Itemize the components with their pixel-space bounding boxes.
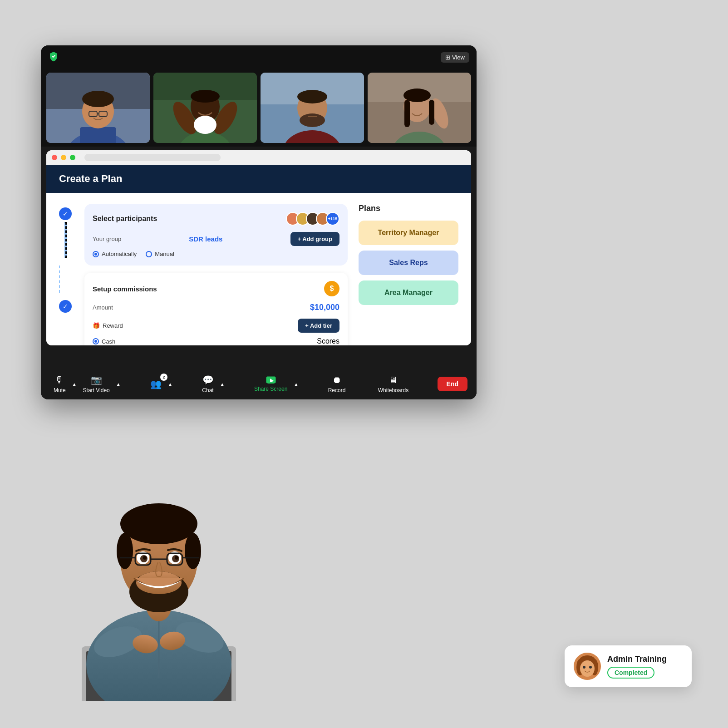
- amount-row: Amount $10,000: [93, 303, 339, 312]
- end-button[interactable]: End: [438, 377, 467, 391]
- page-title: Create a Plan: [59, 173, 458, 185]
- svg-point-6: [82, 91, 114, 107]
- add-group-button[interactable]: + Add group: [290, 232, 339, 246]
- scores-label: Scores: [317, 337, 339, 345]
- group-label: Your group: [93, 236, 121, 242]
- thumbnail-4: [368, 73, 471, 143]
- svg-point-48: [120, 503, 197, 544]
- group-value: SDR leads: [189, 235, 222, 243]
- svg-point-16: [191, 90, 220, 103]
- svg-point-23: [300, 113, 325, 127]
- whiteboards-button[interactable]: 🖥 Whiteboards: [374, 372, 412, 396]
- share-screen-icon: [266, 376, 276, 384]
- video-topbar: ⊞ View: [41, 45, 477, 69]
- left-panel: Select participants +115: [84, 204, 348, 345]
- participants-indicator: 👥 2: [147, 376, 165, 392]
- plan-territory[interactable]: Territory Manager: [359, 221, 458, 245]
- svg-rect-31: [404, 100, 410, 127]
- mute-expand[interactable]: ▲: [71, 381, 78, 388]
- app-window: Create a Plan ✓ ✓: [46, 150, 471, 345]
- notification-title: Admin Training: [607, 654, 667, 664]
- video-button[interactable]: 📷 Start Video: [79, 372, 113, 396]
- participants-header: Select participants +115: [93, 212, 339, 226]
- outer-wrapper: ⊞ View: [0, 0, 728, 728]
- reward-item: 🎁 Reward: [93, 322, 123, 329]
- svg-point-57: [143, 556, 147, 560]
- commission-header: Setup commissions $: [93, 281, 339, 296]
- video-expand[interactable]: ▲: [115, 381, 122, 388]
- avatar-plus: +115: [326, 212, 339, 226]
- svg-point-58: [175, 556, 178, 560]
- svg-rect-4: [80, 127, 116, 143]
- svg-point-50: [185, 533, 201, 569]
- video-icon: 📷: [91, 374, 102, 385]
- view-button[interactable]: ⊞ View: [441, 52, 469, 63]
- auto-radio[interactable]: Automatically: [93, 251, 137, 257]
- radio-row: Automatically Manual: [93, 251, 339, 257]
- manual-radio[interactable]: Manual: [146, 251, 174, 257]
- notification-card: Admin Training Completed: [565, 645, 692, 687]
- avatar-group: +115: [286, 212, 339, 226]
- chat-expand[interactable]: ▲: [219, 381, 226, 388]
- notif-avatar: [574, 653, 601, 680]
- thumbnail-3: [261, 73, 364, 143]
- add-tier-button[interactable]: + Add tier: [298, 319, 339, 333]
- mute-button[interactable]: 🎙 Mute: [50, 372, 69, 396]
- reward-row: 🎁 Reward + Add tier: [93, 319, 339, 333]
- plan-sales-reps[interactable]: Sales Reps: [359, 251, 458, 275]
- record-button[interactable]: ⏺ Record: [325, 372, 349, 396]
- close-dot: [52, 155, 57, 160]
- view-icon: ⊞: [445, 54, 450, 61]
- mic-icon: 🎙: [55, 375, 64, 385]
- participants-card: Select participants +115: [84, 204, 348, 266]
- shield-icon: [48, 51, 59, 64]
- minimize-dot: [61, 155, 66, 160]
- svg-point-49: [117, 533, 133, 569]
- auto-radio-circle: [93, 251, 99, 257]
- cash-radio-row: Cash Scores: [93, 337, 339, 345]
- svg-point-17: [194, 116, 216, 134]
- record-icon: ⏺: [332, 375, 341, 385]
- amount-label: Amount: [93, 304, 113, 311]
- screen-share-area: Create a Plan ✓ ✓: [46, 150, 471, 345]
- svg-rect-32: [429, 100, 434, 125]
- svg-point-68: [580, 660, 595, 677]
- app-header: Create a Plan: [46, 165, 471, 193]
- video-thumbnails: [41, 69, 477, 147]
- notification-status: Completed: [607, 667, 654, 679]
- thumbnail-2: [153, 73, 257, 143]
- step-1-check: ✓: [59, 207, 72, 220]
- app-titlebar: [46, 150, 471, 165]
- participants-expand[interactable]: ▲: [167, 381, 173, 388]
- svg-point-22: [297, 90, 327, 103]
- amount-value: $10,000: [310, 303, 339, 312]
- whiteboard-icon: 🖥: [389, 375, 398, 385]
- notif-content: Admin Training Completed: [607, 654, 667, 679]
- dollar-badge: $: [324, 281, 339, 296]
- svg-point-70: [589, 666, 592, 669]
- svg-point-69: [583, 666, 585, 669]
- share-screen-expand[interactable]: ▲: [293, 381, 299, 388]
- right-panel: Plans Territory Manager Sales Reps Area …: [359, 204, 458, 345]
- step-2-check: ✓: [59, 300, 72, 313]
- video-toolbar: 🎙 Mute ▲ 📷 Start Video ▲ 👥 2 ▲: [41, 369, 477, 399]
- share-screen-button[interactable]: Share Screen: [251, 373, 291, 395]
- gift-icon: 🎁: [93, 322, 100, 329]
- chat-icon: 💬: [202, 374, 214, 385]
- plan-area-manager[interactable]: Area Manager: [359, 280, 458, 305]
- video-window: ⊞ View: [41, 45, 477, 399]
- cash-radio[interactable]: Cash: [93, 338, 115, 345]
- maximize-dot: [70, 155, 75, 160]
- participants-count: 2: [160, 374, 167, 381]
- commission-card: Setup commissions $ Amount $10,000 🎁: [84, 273, 348, 345]
- chat-button[interactable]: 💬 Chat: [198, 372, 217, 396]
- people-icon: 👥: [150, 379, 162, 389]
- commission-title: Setup commissions: [93, 285, 157, 293]
- plans-title: Plans: [359, 204, 458, 213]
- thumbnail-1: [46, 73, 150, 143]
- presenter-person: [45, 428, 272, 701]
- group-row: Your group SDR leads + Add group: [93, 232, 339, 246]
- manual-radio-circle: [146, 251, 152, 257]
- participants-title: Select participants: [93, 215, 157, 223]
- cash-radio-circle: [93, 338, 99, 344]
